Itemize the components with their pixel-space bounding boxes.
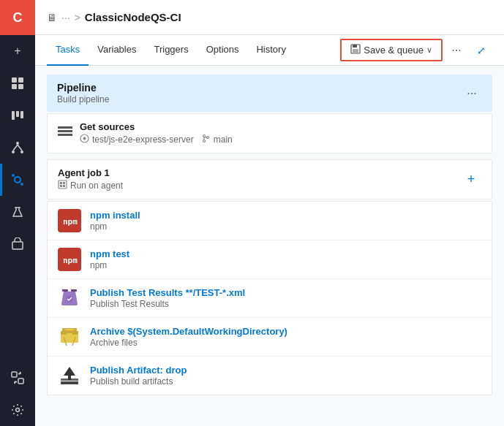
sidebar-icon-settings[interactable] bbox=[0, 394, 35, 426]
pipeline-subtitle: Build pipeline bbox=[57, 94, 109, 104]
svg-line-11 bbox=[18, 145, 22, 151]
svg-rect-19 bbox=[18, 379, 23, 384]
agent-job-info: Agent job 1 Run on agent bbox=[58, 167, 123, 191]
publish-artifact-icon bbox=[58, 364, 81, 387]
tab-history[interactable]: History bbox=[247, 35, 294, 66]
svg-rect-18 bbox=[12, 372, 17, 377]
plus-icon: + bbox=[14, 45, 20, 58]
sidebar-icon-repos[interactable] bbox=[0, 132, 35, 164]
task-item-npm-install[interactable]: npm npm install npm bbox=[48, 202, 492, 240]
expand-icon: ⤢ bbox=[477, 45, 486, 56]
npm-test-title: npm test bbox=[90, 248, 481, 259]
pipeline-title: Pipeline bbox=[57, 82, 109, 94]
agent-job-header[interactable]: Agent job 1 Run on agent + bbox=[47, 159, 492, 199]
task-list: npm npm install npm npm npm test npm bbox=[47, 201, 492, 395]
agent-job-title: Agent job 1 bbox=[58, 167, 123, 178]
add-icon: + bbox=[467, 172, 475, 187]
tab-variables[interactable]: Variables bbox=[89, 35, 145, 66]
sidebar-icon-overview[interactable] bbox=[0, 67, 35, 99]
npm-install-subtitle: npm bbox=[90, 221, 481, 232]
svg-rect-37 bbox=[63, 185, 65, 187]
branch-icon bbox=[201, 134, 211, 145]
agent-job-subtitle: Run on agent bbox=[58, 180, 123, 191]
sidebar-logo[interactable]: C bbox=[0, 0, 35, 35]
svg-rect-51 bbox=[65, 329, 74, 330]
artifacts-icon bbox=[11, 237, 24, 251]
task-item-archive[interactable]: Archive $(System.DefaultWorkingDirectory… bbox=[48, 318, 492, 357]
get-sources-item[interactable]: Get sources test/js-e2e-express-server m… bbox=[47, 113, 492, 153]
task-item-npm-test[interactable]: npm npm test npm bbox=[48, 240, 492, 279]
page-title: ClassicNodeQS-CI bbox=[85, 11, 181, 23]
get-sources-info: Get sources test/js-e2e-express-server m… bbox=[80, 121, 481, 145]
main-content: 🖥 ··· > ClassicNodeQS-CI Tasks Variables… bbox=[35, 0, 504, 426]
svg-point-8 bbox=[12, 151, 15, 153]
svg-point-29 bbox=[203, 135, 205, 137]
publish-artifact-subtitle: Publish build artifacts bbox=[90, 376, 481, 387]
save-queue-label: Save & queue bbox=[364, 45, 424, 56]
svg-point-20 bbox=[16, 408, 20, 412]
repo-icon bbox=[80, 134, 89, 145]
svg-rect-5 bbox=[16, 111, 19, 117]
settings-icon bbox=[11, 403, 24, 417]
tab-triggers[interactable]: Triggers bbox=[145, 35, 197, 66]
svg-rect-3 bbox=[18, 84, 23, 89]
nav-tabs: Tasks Variables Triggers Options History… bbox=[35, 35, 504, 66]
archive-title: Archive $(System.DefaultWorkingDirectory… bbox=[90, 326, 481, 337]
svg-rect-33 bbox=[59, 180, 67, 189]
npm-test-info: npm test npm bbox=[90, 248, 481, 270]
npm-install-icon: npm bbox=[58, 209, 81, 232]
svg-rect-6 bbox=[20, 111, 23, 118]
topbar: 🖥 ··· > ClassicNodeQS-CI bbox=[35, 0, 504, 35]
svg-marker-54 bbox=[64, 367, 75, 380]
svg-text:npm: npm bbox=[63, 217, 78, 227]
expand-button[interactable]: ⤢ bbox=[470, 39, 492, 61]
svg-point-28 bbox=[83, 137, 86, 140]
branch-name: main bbox=[214, 134, 233, 145]
pipeline-info: Pipeline Build pipeline bbox=[57, 82, 109, 104]
svg-text:npm: npm bbox=[63, 256, 78, 265]
svg-rect-1 bbox=[18, 77, 23, 83]
add-task-button[interactable]: + bbox=[461, 170, 481, 190]
svg-rect-0 bbox=[12, 77, 17, 83]
breadcrumb-separator: > bbox=[75, 12, 80, 23]
save-icon bbox=[350, 44, 361, 56]
svg-rect-24 bbox=[58, 126, 72, 129]
archive-subtitle: Archive files bbox=[90, 338, 481, 348]
breadcrumb: 🖥 ··· > ClassicNodeQS-CI bbox=[47, 11, 181, 23]
svg-rect-36 bbox=[60, 185, 62, 187]
tab-options[interactable]: Options bbox=[198, 35, 248, 66]
publish-artifact-title: Publish Artifact: drop bbox=[90, 365, 481, 376]
task-item-publish-artifact[interactable]: Publish Artifact: drop Publish build art… bbox=[48, 357, 492, 395]
pipeline-section[interactable]: Pipeline Build pipeline ··· bbox=[47, 75, 492, 112]
svg-rect-23 bbox=[353, 49, 358, 53]
pipeline-breadcrumb-icon: 🖥 bbox=[47, 12, 57, 23]
npm-install-info: npm install npm bbox=[90, 210, 481, 232]
sidebar-icon-testplans[interactable] bbox=[0, 196, 35, 228]
save-queue-button[interactable]: Save & queue ∨ bbox=[340, 39, 443, 61]
publish-test-icon bbox=[58, 286, 81, 310]
more-options[interactable]: ··· bbox=[61, 12, 70, 23]
get-sources-meta: test/js-e2e-express-server main bbox=[80, 134, 481, 145]
get-sources-icon bbox=[58, 126, 72, 140]
task-item-publish-test[interactable]: Publish Test Results **/TEST-*.xml Publi… bbox=[48, 279, 492, 318]
svg-point-30 bbox=[203, 140, 205, 142]
svg-rect-22 bbox=[353, 45, 357, 47]
archive-info: Archive $(System.DefaultWorkingDirectory… bbox=[90, 326, 481, 348]
sidebar-icon-boards[interactable] bbox=[0, 99, 35, 132]
svg-rect-4 bbox=[12, 111, 15, 120]
repos-icon bbox=[11, 141, 24, 154]
sidebar-icon-pipelines[interactable] bbox=[0, 164, 35, 196]
publish-artifact-info: Publish Artifact: drop Publish build art… bbox=[90, 365, 481, 387]
npm-test-subtitle: npm bbox=[90, 260, 481, 270]
svg-rect-26 bbox=[58, 134, 72, 136]
sidebar-icon-plus[interactable]: + bbox=[0, 35, 35, 67]
chevron-down-icon: ∨ bbox=[426, 45, 432, 55]
pipeline-more-button[interactable]: ··· bbox=[462, 83, 482, 104]
sidebar: C + bbox=[0, 0, 35, 426]
tab-tasks[interactable]: Tasks bbox=[47, 35, 89, 66]
svg-line-10 bbox=[13, 145, 18, 151]
svg-rect-42 bbox=[62, 289, 68, 292]
more-options-button[interactable]: ··· bbox=[445, 39, 467, 61]
sidebar-icon-artifacts[interactable] bbox=[0, 228, 35, 260]
sidebar-icon-extensions[interactable] bbox=[0, 362, 35, 394]
